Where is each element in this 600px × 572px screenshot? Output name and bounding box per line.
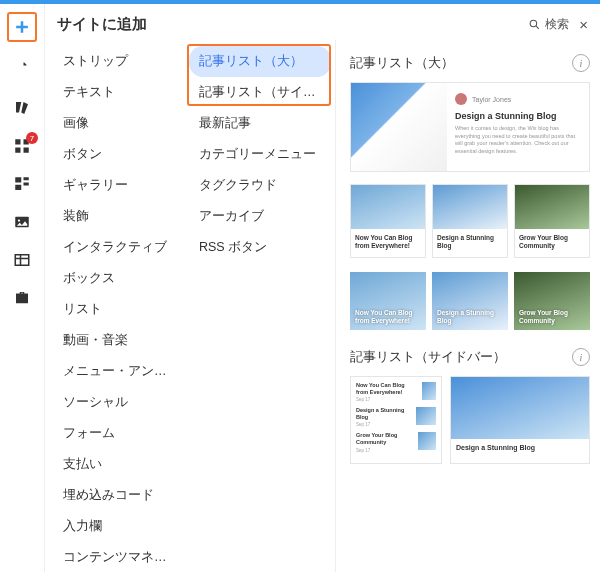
subcat-column: 記事リスト（大） 記事リスト（サイド... 最新記事 カテゴリーメニュー タグク…: [185, 40, 335, 572]
cat-list[interactable]: リスト: [55, 294, 177, 325]
svg-rect-2: [15, 148, 20, 153]
svg-rect-4: [15, 177, 21, 182]
cat-menu[interactable]: メニュー・アンカー: [55, 356, 177, 387]
preview-row-overlay: Now You Can Blog from Everywhere! Design…: [350, 272, 590, 330]
theme-icon[interactable]: [12, 98, 32, 118]
overlay-card[interactable]: Grow Your Blog Community: [514, 272, 590, 330]
search-button[interactable]: 検索: [528, 16, 569, 33]
author-name: Taylor Jones: [472, 96, 511, 103]
sidebar-big-preview[interactable]: Design a Stunning Blog: [450, 376, 590, 464]
sub-rss[interactable]: RSS ボタン: [189, 232, 331, 263]
page-icon[interactable]: [12, 60, 32, 80]
svg-point-9: [18, 219, 20, 221]
media-icon[interactable]: [12, 212, 32, 232]
cat-text[interactable]: テキスト: [55, 77, 177, 108]
business-icon[interactable]: [12, 288, 32, 308]
table-icon[interactable]: [12, 250, 32, 270]
svg-rect-7: [15, 185, 21, 190]
mini-card[interactable]: Design a Stunning Blog: [432, 184, 508, 258]
card-image: [351, 83, 447, 171]
overlay-card[interactable]: Now You Can Blog from Everywhere!: [350, 272, 426, 330]
mini-card[interactable]: Now You Can Blog from Everywhere!: [350, 184, 426, 258]
svg-rect-6: [24, 183, 29, 186]
cat-decor[interactable]: 装飾: [55, 201, 177, 232]
cat-embed[interactable]: 埋め込みコード: [55, 480, 177, 511]
svg-point-11: [530, 20, 537, 27]
sidebar-list-preview[interactable]: Now You Can Blog from Everywhere!Sep 17 …: [350, 376, 442, 464]
panel-title: サイトに追加: [57, 15, 528, 34]
section1-title: 記事リスト（大）: [350, 54, 572, 72]
sub-catmenu[interactable]: カテゴリーメニュー: [189, 139, 331, 170]
add-icon[interactable]: [7, 12, 37, 42]
cat-social[interactable]: ソーシャル: [55, 387, 177, 418]
svg-rect-0: [15, 139, 20, 144]
cat-button[interactable]: ボタン: [55, 139, 177, 170]
sub-postlist-large[interactable]: 記事リスト（大）: [189, 46, 331, 77]
overlay-card[interactable]: Design a Stunning Blog: [432, 272, 508, 330]
info-icon[interactable]: i: [572, 348, 590, 366]
svg-rect-3: [24, 148, 29, 153]
panel-header: サイトに追加 検索 ×: [45, 4, 600, 40]
category-column: ストリップ テキスト 画像 ボタン ギャラリー 装飾 インタラクティブ ボックス…: [45, 40, 185, 572]
cat-input[interactable]: 入力欄: [55, 511, 177, 542]
sub-postlist-side[interactable]: 記事リスト（サイド...: [189, 77, 331, 108]
cat-image[interactable]: 画像: [55, 108, 177, 139]
section2-title: 記事リスト（サイドバー）: [350, 348, 572, 366]
close-icon[interactable]: ×: [579, 16, 588, 33]
svg-rect-5: [24, 177, 29, 180]
cat-interactive[interactable]: インタラクティブ: [55, 232, 177, 263]
mini-card[interactable]: Grow Your Blog Community: [514, 184, 590, 258]
preview-sidebar-group: Now You Can Blog from Everywhere!Sep 17 …: [350, 376, 590, 464]
sub-recent[interactable]: 最新記事: [189, 108, 331, 139]
info-icon[interactable]: i: [572, 54, 590, 72]
avatar: [455, 93, 467, 105]
preview-column: 記事リスト（大） i Taylor Jones Design a Stunnin…: [335, 40, 600, 572]
cat-strip[interactable]: ストリップ: [55, 46, 177, 77]
layout-icon[interactable]: [12, 174, 32, 194]
search-label: 検索: [545, 16, 569, 33]
apps-icon[interactable]: 7: [12, 136, 32, 156]
sub-tagcloud[interactable]: タグクラウド: [189, 170, 331, 201]
card-title: Design a Stunning Blog: [455, 111, 581, 121]
cat-pay[interactable]: 支払い: [55, 449, 177, 480]
svg-rect-10: [15, 255, 29, 266]
cat-gallery[interactable]: ギャラリー: [55, 170, 177, 201]
cat-cms[interactable]: コンテンツマネージ...: [55, 542, 177, 572]
badge: 7: [26, 132, 38, 144]
card-body: When it comes to design, the Wix blog ha…: [455, 125, 581, 156]
cat-video[interactable]: 動画・音楽: [55, 325, 177, 356]
cat-form[interactable]: フォーム: [55, 418, 177, 449]
left-rail: 7: [0, 4, 45, 572]
sub-archive[interactable]: アーカイブ: [189, 201, 331, 232]
cat-box[interactable]: ボックス: [55, 263, 177, 294]
preview-card-big[interactable]: Taylor Jones Design a Stunning Blog When…: [350, 82, 590, 172]
preview-row-cards: Now You Can Blog from Everywhere! Design…: [350, 184, 590, 258]
